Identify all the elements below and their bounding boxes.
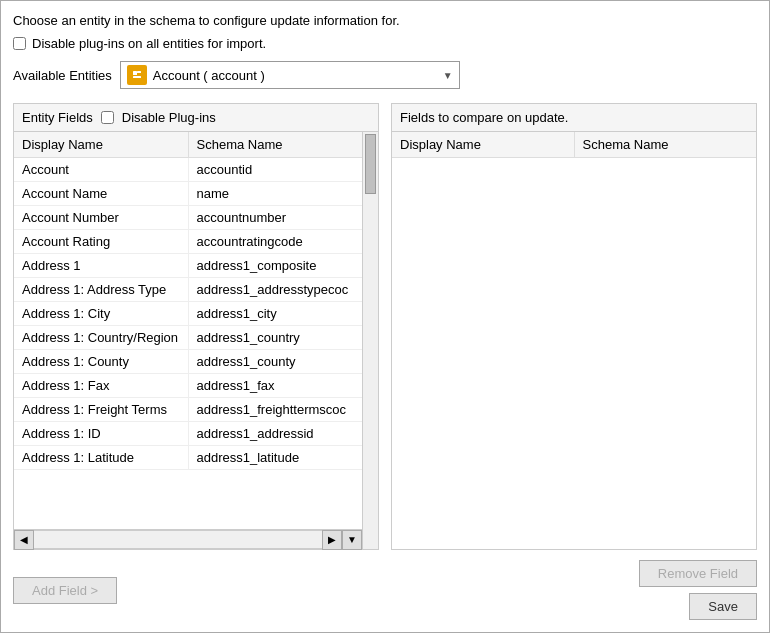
add-field-button[interactable]: Add Field > — [13, 577, 117, 604]
entity-value: Account ( account ) — [153, 68, 265, 83]
entity-dropdown-inner: Account ( account ) — [127, 65, 265, 85]
entity-icon — [127, 65, 147, 85]
table-row[interactable]: Address 1 address1_composite — [14, 254, 362, 278]
right-panel-header: Fields to compare on update. — [392, 104, 756, 132]
disable-plugins-label: Disable plug-ins on all entities for imp… — [32, 36, 266, 51]
scroll-right-btn[interactable]: ▶ — [322, 530, 342, 550]
table-row[interactable]: Address 1: Fax address1_fax — [14, 374, 362, 398]
table-row[interactable]: Account Number accountnumber — [14, 206, 362, 230]
cell-display: Address 1: Latitude — [14, 446, 189, 469]
right-table-container[interactable] — [392, 158, 756, 549]
available-entities-row: Available Entities Account ( account ) ▼ — [13, 61, 757, 89]
scroll-track — [34, 530, 322, 549]
scroll-down-small-btn[interactable]: ▼ — [342, 530, 362, 550]
right-table-header: Display Name Schema Name — [392, 132, 756, 158]
cell-schema: address1_addresstypecoc — [189, 278, 363, 301]
table-row[interactable]: Address 1: City address1_city — [14, 302, 362, 326]
right-panel-inner: Display Name Schema Name — [392, 132, 756, 549]
cell-display: Account — [14, 158, 189, 181]
entity-dropdown[interactable]: Account ( account ) ▼ — [120, 61, 460, 89]
table-row[interactable]: Address 1: Country/Region address1_count… — [14, 326, 362, 350]
disable-plugins-row: Disable plug-ins on all entities for imp… — [13, 36, 757, 51]
left-panel: Entity Fields Disable Plug-ins Display N… — [13, 103, 379, 550]
cell-schema: address1_freighttermscoc — [189, 398, 363, 421]
scroll-left-btn[interactable]: ◀ — [14, 530, 34, 550]
remove-field-button[interactable]: Remove Field — [639, 560, 757, 587]
left-panel-inner: Display Name Schema Name Account account… — [14, 132, 378, 549]
svg-rect-1 — [133, 71, 137, 75]
cell-schema: address1_country — [189, 326, 363, 349]
table-row[interactable]: Account Rating accountratingcode — [14, 230, 362, 254]
disable-plugins-checkbox-label: Disable Plug-ins — [122, 110, 216, 125]
save-button[interactable]: Save — [689, 593, 757, 620]
cell-schema: name — [189, 182, 363, 205]
left-table-header: Display Name Schema Name — [14, 132, 362, 158]
cell-schema: accountid — [189, 158, 363, 181]
cell-schema: address1_composite — [189, 254, 363, 277]
left-panel-header: Entity Fields Disable Plug-ins — [14, 104, 378, 132]
svg-rect-2 — [137, 71, 141, 73]
scroll-thumb[interactable] — [365, 134, 376, 194]
cell-schema: address1_addressid — [189, 422, 363, 445]
left-header-display: Display Name — [14, 132, 189, 157]
available-entities-label: Available Entities — [13, 68, 112, 83]
cell-display: Address 1: Address Type — [14, 278, 189, 301]
cell-display: Address 1: Country/Region — [14, 326, 189, 349]
entity-fields-label: Entity Fields — [22, 110, 93, 125]
cell-schema: address1_latitude — [189, 446, 363, 469]
cell-display: Address 1: ID — [14, 422, 189, 445]
cell-display: Address 1: County — [14, 350, 189, 373]
table-row[interactable]: Account accountid — [14, 158, 362, 182]
cell-schema: accountnumber — [189, 206, 363, 229]
bottom-buttons: Add Field > Remove Field Save — [13, 560, 757, 620]
left-table-area: Display Name Schema Name Account account… — [14, 132, 362, 549]
cell-schema: address1_fax — [189, 374, 363, 397]
table-row[interactable]: Address 1: Latitude address1_latitude — [14, 446, 362, 470]
cell-display: Account Number — [14, 206, 189, 229]
right-header-schema: Schema Name — [575, 132, 757, 157]
disable-plugins-entity-checkbox[interactable] — [101, 111, 114, 124]
svg-rect-3 — [133, 76, 141, 78]
horizontal-scroll-row: ◀ ▶ ▼ — [14, 529, 362, 549]
right-header-display: Display Name — [392, 132, 575, 157]
disable-plugins-checkbox[interactable] — [13, 37, 26, 50]
table-row[interactable]: Address 1: County address1_county — [14, 350, 362, 374]
main-content: Entity Fields Disable Plug-ins Display N… — [13, 103, 757, 550]
left-header-schema: Schema Name — [189, 132, 363, 157]
left-table-container[interactable]: Account accountid Account Name name Acco… — [14, 158, 362, 529]
cell-display: Address 1: Fax — [14, 374, 189, 397]
table-row[interactable]: Address 1: ID address1_addressid — [14, 422, 362, 446]
cell-schema: address1_county — [189, 350, 363, 373]
cell-display: Address 1: City — [14, 302, 189, 325]
cell-display: Account Name — [14, 182, 189, 205]
table-row[interactable]: Account Name name — [14, 182, 362, 206]
cell-display: Address 1: Freight Terms — [14, 398, 189, 421]
cell-display: Address 1 — [14, 254, 189, 277]
cell-schema: address1_city — [189, 302, 363, 325]
fields-to-compare-label: Fields to compare on update. — [400, 110, 568, 125]
cell-display: Account Rating — [14, 230, 189, 253]
left-bottom-buttons: Add Field > — [13, 577, 117, 604]
right-panel: Fields to compare on update. Display Nam… — [391, 103, 757, 550]
vertical-scrollbar[interactable] — [362, 132, 378, 549]
main-dialog: Choose an entity in the schema to config… — [0, 0, 770, 633]
instruction-text: Choose an entity in the schema to config… — [13, 13, 757, 28]
chevron-down-icon: ▼ — [443, 70, 453, 81]
table-row[interactable]: Address 1: Freight Terms address1_freigh… — [14, 398, 362, 422]
svg-rect-0 — [131, 69, 143, 81]
cell-schema: accountratingcode — [189, 230, 363, 253]
right-bottom-buttons: Remove Field Save — [639, 560, 757, 620]
table-row[interactable]: Address 1: Address Type address1_address… — [14, 278, 362, 302]
